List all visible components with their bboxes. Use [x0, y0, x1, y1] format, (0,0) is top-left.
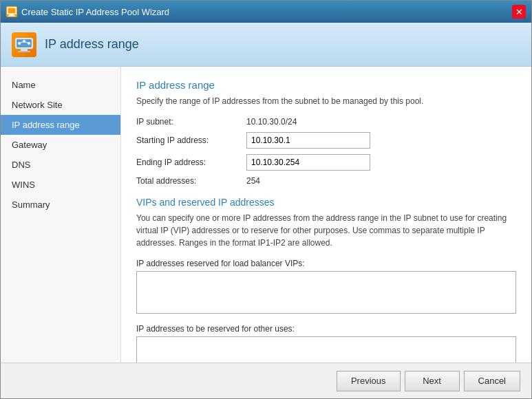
- nav-item-dns[interactable]: DNS: [1, 155, 120, 175]
- section2-desc: You can specify one or more IP addresses…: [136, 212, 516, 249]
- right-content: IP address range Specify the range of IP…: [121, 67, 531, 363]
- footer: Previous Next Cancel: [1, 363, 531, 398]
- vip-textarea[interactable]: [136, 271, 516, 314]
- ending-ip-row: Ending IP address:: [136, 154, 516, 171]
- svg-rect-2: [8, 15, 15, 17]
- svg-rect-1: [10, 14, 14, 15]
- other-textarea[interactable]: [136, 336, 516, 363]
- vip-label: IP addresses reserved for load balancer …: [136, 259, 516, 268]
- left-nav: Name Network Site IP address range Gatew…: [1, 67, 121, 363]
- total-addresses-label: Total addresses:: [136, 176, 246, 186]
- nav-item-ip-address-range[interactable]: IP address range: [1, 115, 120, 135]
- header-banner: IP address range: [1, 23, 531, 67]
- svg-rect-6: [18, 51, 30, 52]
- next-button[interactable]: Next: [405, 371, 460, 391]
- starting-ip-input[interactable]: [246, 132, 370, 149]
- ending-ip-label: Ending IP address:: [136, 158, 246, 167]
- cancel-button[interactable]: Cancel: [464, 371, 520, 391]
- starting-ip-label: Starting IP address:: [136, 136, 246, 145]
- main-content: Name Network Site IP address range Gatew…: [1, 67, 531, 363]
- nav-item-summary[interactable]: Summary: [1, 195, 120, 215]
- previous-button[interactable]: Previous: [337, 371, 401, 391]
- section1-desc: Specify the range of IP addresses from t…: [136, 95, 516, 107]
- nav-item-gateway[interactable]: Gateway: [1, 135, 120, 155]
- starting-ip-row: Starting IP address:: [136, 132, 516, 149]
- nav-item-wins[interactable]: WINS: [1, 175, 120, 195]
- header-icon: [12, 32, 36, 57]
- title-bar: Create Static IP Address Pool Wizard ✕: [1, 1, 531, 23]
- total-addresses-row: Total addresses: 254: [136, 176, 516, 186]
- wizard-window: Create Static IP Address Pool Wizard ✕ I…: [0, 0, 532, 399]
- window-icon: [6, 6, 17, 17]
- ip-subnet-label: IP subnet:: [136, 117, 246, 127]
- total-addresses-value: 254: [246, 176, 260, 186]
- svg-rect-0: [8, 8, 16, 14]
- ip-subnet-value: 10.10.30.0/24: [246, 117, 297, 127]
- section1-title: IP address range: [136, 79, 516, 91]
- svg-rect-5: [21, 49, 28, 51]
- window-title: Create Static IP Address Pool Wizard: [21, 7, 169, 17]
- ip-subnet-row: IP subnet: 10.10.30.0/24: [136, 117, 516, 127]
- ending-ip-input[interactable]: [246, 154, 370, 171]
- title-bar-left: Create Static IP Address Pool Wizard: [6, 6, 169, 17]
- nav-item-name[interactable]: Name: [1, 75, 120, 95]
- header-title: IP address range: [45, 37, 139, 52]
- other-label: IP addresses to be reserved for other us…: [136, 324, 516, 334]
- section2-title: VIPs and reserved IP addresses: [136, 197, 516, 208]
- nav-item-network-site[interactable]: Network Site: [1, 95, 120, 115]
- close-button[interactable]: ✕: [512, 5, 526, 19]
